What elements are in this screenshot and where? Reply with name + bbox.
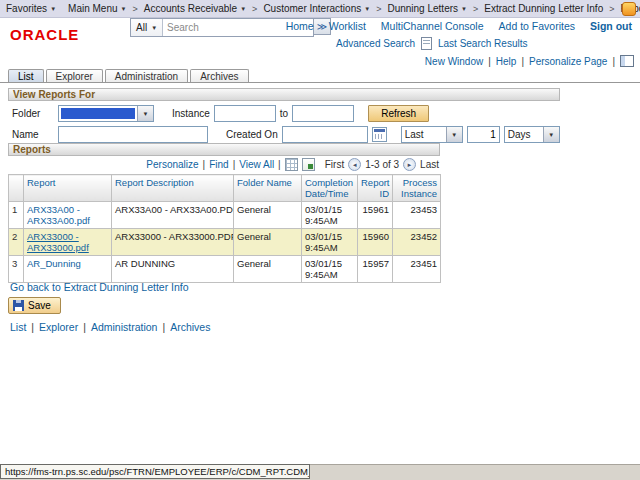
- link-separator: |: [31, 321, 34, 333]
- search-links: Advanced Search Last Search Results: [336, 37, 527, 50]
- reports-grid: Reports Personalize | Find | View All | …: [8, 143, 440, 283]
- folder-name: General: [234, 202, 302, 229]
- download-grid-icon[interactable]: [285, 158, 298, 171]
- add-to-favorites-link[interactable]: Add to Favorites: [499, 20, 575, 32]
- calendar-icon[interactable]: [372, 127, 387, 142]
- tab-administration[interactable]: Administration: [105, 69, 188, 82]
- row-number: 1: [9, 202, 24, 229]
- link-separator: |: [233, 159, 236, 170]
- breadcrumb-customer-interactions[interactable]: Customer Interactions ▼: [263, 3, 370, 14]
- page-layout-icon[interactable]: [620, 55, 634, 67]
- instance-from-input[interactable]: [214, 105, 276, 122]
- footer-explorer-link[interactable]: Explorer: [39, 321, 78, 333]
- save-button[interactable]: Save: [8, 297, 61, 314]
- first-link[interactable]: First: [325, 159, 344, 170]
- footer-list-link[interactable]: List: [10, 321, 26, 333]
- breadcrumb-extract-dunning-letter-info[interactable]: Extract Dunning Letter Info: [484, 3, 603, 14]
- breadcrumb-separator: >: [252, 4, 257, 14]
- column-header-report[interactable]: Report: [24, 175, 112, 202]
- go-back-link[interactable]: Go back to Extract Dunning Letter Info: [10, 281, 189, 293]
- grid-title: Reports: [13, 144, 51, 155]
- column-header-report-id[interactable]: Report ID: [358, 175, 393, 202]
- report-link[interactable]: ARX33A00 - ARX33A00.pdf: [27, 204, 90, 226]
- folder-label: Folder: [12, 108, 54, 119]
- personalize-page-link[interactable]: Personalize Page: [529, 56, 607, 67]
- footer-administration-link[interactable]: Administration: [91, 321, 158, 333]
- chevron-down-icon: ▼: [240, 6, 246, 12]
- link-separator: |: [162, 321, 165, 333]
- report-link[interactable]: ARX33000 - ARX33000.pdf: [27, 231, 89, 253]
- process-instance: 23451: [393, 256, 441, 283]
- report-link[interactable]: AR_Dunning: [27, 258, 81, 269]
- view-all-link[interactable]: View All: [239, 159, 274, 170]
- personalize-link[interactable]: Personalize: [146, 159, 198, 170]
- save-button-label: Save: [28, 300, 51, 311]
- home-link[interactable]: Home: [286, 20, 314, 32]
- chevron-down-icon: ▼: [50, 6, 56, 12]
- range-unit-dropdown[interactable]: Days ▼: [504, 126, 560, 143]
- save-icon: [13, 300, 24, 311]
- table-row: 1 ARX33A00 - ARX33A00.pdf ARX33A00 - ARX…: [9, 202, 441, 229]
- link-separator: |: [612, 56, 615, 67]
- breadcrumb-dunning-letters[interactable]: Dunning Letters ▼: [387, 3, 467, 14]
- tab-strip: List Explorer Administration Archives: [0, 68, 640, 83]
- range-unit-value: Days: [505, 127, 543, 142]
- find-link[interactable]: Find: [209, 159, 228, 170]
- name-input[interactable]: [58, 126, 208, 143]
- created-on-input[interactable]: [282, 126, 368, 143]
- chevron-down-icon: ▼: [446, 127, 462, 142]
- refresh-button[interactable]: Refresh: [368, 105, 429, 122]
- report-id: 15957: [358, 256, 393, 283]
- link-separator: |: [83, 321, 86, 333]
- notification-icon[interactable]: [622, 2, 636, 16]
- last-search-results-icon: [421, 37, 432, 50]
- report-id: 15961: [358, 202, 393, 229]
- folder-dropdown[interactable]: ▼: [58, 105, 154, 122]
- tab-archives[interactable]: Archives: [190, 69, 248, 82]
- range-type-dropdown[interactable]: Last ▼: [401, 126, 463, 143]
- breadcrumb-favorites[interactable]: Favorites ▼: [6, 3, 56, 14]
- report-description: AR DUNNING: [112, 256, 234, 283]
- instance-label: Instance: [172, 108, 210, 119]
- breadcrumb-accounts-receivable[interactable]: Accounts Receivable ▼: [144, 3, 246, 14]
- view-reports-for-section: View Reports For Folder ▼ Instance to Re…: [8, 88, 560, 143]
- help-link[interactable]: Help: [496, 56, 517, 67]
- column-header-process-instance[interactable]: Process Instance: [393, 175, 441, 202]
- range-count-input[interactable]: [467, 126, 500, 143]
- new-window-link[interactable]: New Window: [425, 56, 483, 67]
- previous-page-icon[interactable]: ◄: [348, 158, 361, 171]
- report-description: ARX33A00 - ARX33A00.PDF: [112, 202, 234, 229]
- page-links: New Window | Help | Personalize Page |: [425, 55, 634, 67]
- link-separator: |: [521, 56, 524, 67]
- process-instance: 23453: [393, 202, 441, 229]
- report-id: 15960: [358, 229, 393, 256]
- tab-explorer[interactable]: Explorer: [46, 69, 103, 82]
- instance-to-input[interactable]: [292, 105, 354, 122]
- export-spreadsheet-icon[interactable]: [302, 158, 315, 171]
- folder-name: General: [234, 256, 302, 283]
- page-range-label: 1-3 of 3: [365, 159, 399, 170]
- folder-selected-value: [61, 108, 135, 119]
- link-separator: |: [278, 159, 281, 170]
- completion-datetime: 03/01/15 9:45AM: [302, 256, 358, 283]
- tab-list[interactable]: List: [8, 69, 44, 82]
- last-link[interactable]: Last: [420, 159, 439, 170]
- footer-archives-link[interactable]: Archives: [170, 321, 210, 333]
- chevron-down-icon: ▼: [461, 6, 467, 12]
- column-header-description[interactable]: Report Description: [112, 175, 234, 202]
- breadcrumb-main-menu[interactable]: Main Menu ▼: [68, 3, 126, 14]
- search-scope-dropdown[interactable]: All ▼: [131, 19, 163, 36]
- table-row: 3 AR_Dunning AR DUNNING General 03/01/15…: [9, 256, 441, 283]
- advanced-search-link[interactable]: Advanced Search: [336, 38, 415, 49]
- worklist-link[interactable]: Worklist: [329, 20, 366, 32]
- chevron-down-icon: ▼: [364, 6, 370, 12]
- column-header-folder[interactable]: Folder Name: [234, 175, 302, 202]
- breadcrumb-separator: >: [609, 4, 614, 14]
- range-type-value: Last: [402, 127, 446, 142]
- last-search-results-link[interactable]: Last Search Results: [438, 38, 528, 49]
- next-page-icon[interactable]: ►: [403, 158, 416, 171]
- multichannel-console-link[interactable]: MultiChannel Console: [381, 20, 484, 32]
- column-header-completion[interactable]: Completion Date/Time: [302, 175, 358, 202]
- grid-toolbar: Personalize | Find | View All | First ◄ …: [8, 156, 440, 173]
- sign-out-link[interactable]: Sign out: [590, 20, 632, 32]
